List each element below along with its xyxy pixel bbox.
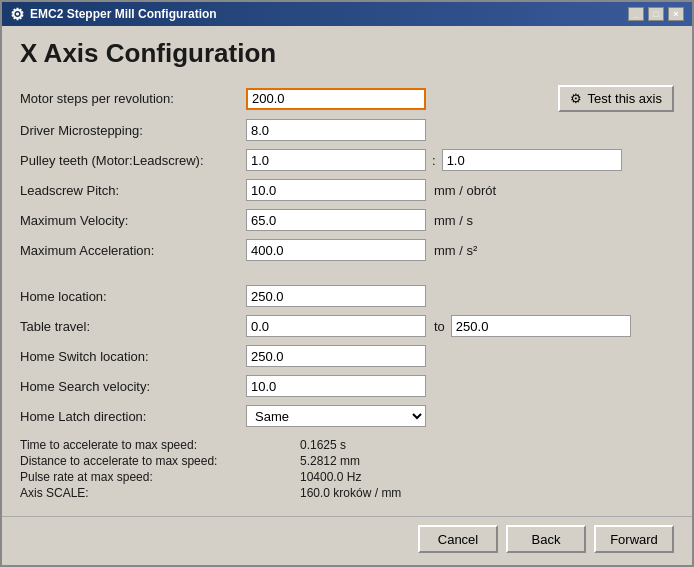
table-travel-row: Table travel: to	[20, 314, 674, 338]
stats-pulse-value: 10400.0 Hz	[300, 470, 361, 484]
max-acceleration-input[interactable]	[246, 239, 426, 261]
title-bar: ⚙ EMC2 Stepper Mill Configuration _ □ ×	[2, 2, 692, 26]
stats-scale-row: Axis SCALE: 160.0 kroków / mm	[20, 486, 674, 500]
stats-pulse-label: Pulse rate at max speed:	[20, 470, 300, 484]
driver-microstepping-row: Driver Microstepping:	[20, 118, 674, 142]
stats-distance-label: Distance to accelerate to max speed:	[20, 454, 300, 468]
pulley-motor-input[interactable]	[246, 149, 426, 171]
table-travel-label: Table travel:	[20, 319, 240, 334]
driver-microstepping-input[interactable]	[246, 119, 426, 141]
separator1	[20, 268, 674, 278]
pulley-teeth-row: Pulley teeth (Motor:Leadscrew): :	[20, 148, 674, 172]
close-button[interactable]: ×	[668, 7, 684, 21]
pulley-leadscrew-input[interactable]	[442, 149, 622, 171]
stats-scale-label: Axis SCALE:	[20, 486, 300, 500]
page-title: X Axis Configuration	[20, 38, 674, 69]
leadscrew-pitch-unit: mm / obrót	[434, 183, 496, 198]
window-controls: _ □ ×	[628, 7, 684, 21]
forward-button[interactable]: Forward	[594, 525, 674, 553]
stats-distance-row: Distance to accelerate to max speed: 5.2…	[20, 454, 674, 468]
stats-scale-value: 160.0 kroków / mm	[300, 486, 401, 500]
maximize-button[interactable]: □	[648, 7, 664, 21]
table-travel-to-label: to	[434, 319, 445, 334]
pulley-colon: :	[432, 153, 436, 168]
minimize-button[interactable]: _	[628, 7, 644, 21]
table-travel-to-input[interactable]	[451, 315, 631, 337]
home-latch-select[interactable]: Same Opposite	[246, 405, 426, 427]
home-search-row: Home Search velocity:	[20, 374, 674, 398]
window-title: EMC2 Stepper Mill Configuration	[30, 7, 217, 21]
max-acceleration-row: Maximum Acceleration: mm / s²	[20, 238, 674, 262]
max-velocity-unit: mm / s	[434, 213, 473, 228]
back-button[interactable]: Back	[506, 525, 586, 553]
leadscrew-pitch-row: Leadscrew Pitch: mm / obrót	[20, 178, 674, 202]
main-content: X Axis Configuration Motor steps per rev…	[2, 26, 692, 510]
leadscrew-pitch-label: Leadscrew Pitch:	[20, 183, 240, 198]
form-area: Motor steps per revolution: ⚙ Test this …	[20, 85, 674, 428]
leadscrew-pitch-input[interactable]	[246, 179, 426, 201]
home-location-row: Home location:	[20, 284, 674, 308]
max-velocity-row: Maximum Velocity: mm / s	[20, 208, 674, 232]
window: ⚙ EMC2 Stepper Mill Configuration _ □ × …	[0, 0, 694, 567]
cancel-button[interactable]: Cancel	[418, 525, 498, 553]
stats-time-label: Time to accelerate to max speed:	[20, 438, 300, 452]
stats-pulse-row: Pulse rate at max speed: 10400.0 Hz	[20, 470, 674, 484]
test-axis-button[interactable]: ⚙ Test this axis	[558, 85, 674, 112]
max-velocity-input[interactable]	[246, 209, 426, 231]
home-location-label: Home location:	[20, 289, 240, 304]
home-search-input[interactable]	[246, 375, 426, 397]
home-latch-label: Home Latch direction:	[20, 409, 240, 424]
pulley-teeth-label: Pulley teeth (Motor:Leadscrew):	[20, 153, 240, 168]
home-switch-input[interactable]	[246, 345, 426, 367]
motor-steps-label: Motor steps per revolution:	[20, 91, 240, 106]
app-icon: ⚙	[10, 5, 24, 24]
max-velocity-label: Maximum Velocity:	[20, 213, 240, 228]
home-switch-row: Home Switch location:	[20, 344, 674, 368]
home-latch-row: Home Latch direction: Same Opposite	[20, 404, 674, 428]
stats-distance-value: 5.2812 mm	[300, 454, 360, 468]
table-travel-from-input[interactable]	[246, 315, 426, 337]
test-axis-label: Test this axis	[588, 91, 662, 106]
bottom-bar: Cancel Back Forward	[2, 516, 692, 565]
motor-steps-row: Motor steps per revolution: ⚙ Test this …	[20, 85, 674, 112]
stats-area: Time to accelerate to max speed: 0.1625 …	[20, 438, 674, 500]
max-acceleration-label: Maximum Acceleration:	[20, 243, 240, 258]
stats-time-row: Time to accelerate to max speed: 0.1625 …	[20, 438, 674, 452]
driver-microstepping-label: Driver Microstepping:	[20, 123, 240, 138]
home-location-input[interactable]	[246, 285, 426, 307]
home-search-label: Home Search velocity:	[20, 379, 240, 394]
motor-steps-input[interactable]	[246, 88, 426, 110]
max-acceleration-unit: mm / s²	[434, 243, 477, 258]
gear-icon: ⚙	[570, 91, 582, 106]
stats-time-value: 0.1625 s	[300, 438, 346, 452]
home-switch-label: Home Switch location:	[20, 349, 240, 364]
